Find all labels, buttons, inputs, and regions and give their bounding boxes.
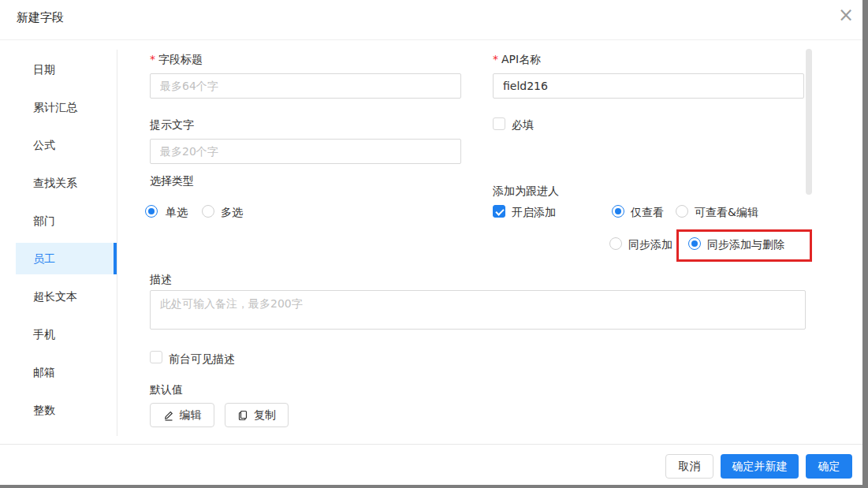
radio-sync-add-delete[interactable] (688, 237, 701, 250)
window-bottom-edge (0, 485, 868, 488)
sidebar-item-department[interactable]: 部门 (16, 205, 117, 237)
radio-view-only-label[interactable]: 仅查看 (631, 205, 664, 219)
sidebar-item-lookup[interactable]: 查找关系 (16, 167, 117, 199)
sidebar-item-employee[interactable]: 员工 (16, 243, 117, 274)
required-star: * (493, 53, 498, 65)
sidebar-item-integer[interactable]: 整数 (16, 394, 117, 426)
confirm-and-new-button[interactable]: 确定并新建 (721, 454, 799, 479)
radio-multiple[interactable] (202, 205, 214, 218)
front-visible-checkbox-label[interactable]: 前台可见描述 (169, 352, 235, 366)
header-divider (0, 39, 862, 40)
pencil-icon (163, 410, 174, 421)
radio-view-only[interactable] (612, 205, 624, 218)
sidebar-item-rollup[interactable]: 累计汇总 (16, 91, 117, 123)
copy-button[interactable]: 复制 (225, 403, 289, 427)
description-label: 描述 (150, 271, 172, 287)
radio-sync-add-label[interactable]: 同步添加 (628, 237, 672, 251)
radio-multiple-label[interactable]: 多选 (221, 205, 243, 219)
new-field-dialog: 新建字段 × 日期 累计汇总 公式 查找关系 部门 员工 超长文本 手机 邮箱 … (0, 0, 868, 488)
radio-single-label[interactable]: 单选 (166, 205, 188, 219)
required-checkbox-label[interactable]: 必填 (512, 117, 534, 132)
required-star: * (150, 53, 155, 65)
radio-sync-add[interactable] (609, 237, 622, 250)
close-icon[interactable]: × (834, 3, 858, 27)
radio-view-edit-label[interactable]: 可查看&编辑 (695, 205, 758, 219)
select-type-label: 选择类型 (150, 173, 194, 188)
window-right-edge (862, 0, 868, 488)
scrollbar-thumb[interactable] (806, 49, 812, 195)
copy-icon (237, 410, 248, 421)
sidebar-item-formula[interactable]: 公式 (16, 129, 117, 161)
footer-divider (0, 444, 862, 445)
radio-sync-add-delete-label[interactable]: 同步添加与删除 (707, 237, 784, 251)
radio-view-edit[interactable] (676, 205, 688, 218)
add-follower-label: 添加为跟进人 (493, 183, 559, 199)
confirm-button[interactable]: 确定 (806, 454, 852, 479)
hint-text-input[interactable] (150, 139, 461, 164)
api-name-label: *API名称 (493, 51, 541, 67)
hint-text-label: 提示文字 (150, 117, 194, 132)
enable-add-checkbox-label[interactable]: 开启添加 (512, 205, 556, 219)
api-name-input[interactable] (493, 73, 804, 99)
cancel-button[interactable]: 取消 (665, 454, 713, 479)
sidebar-divider (117, 50, 117, 436)
sidebar-item-phone[interactable]: 手机 (16, 319, 117, 350)
description-textarea[interactable] (150, 290, 806, 330)
front-visible-checkbox[interactable] (150, 351, 162, 363)
required-checkbox[interactable] (493, 117, 505, 130)
sidebar-item-date[interactable]: 日期 (16, 54, 117, 85)
sidebar-item-longtext[interactable]: 超长文本 (16, 281, 117, 312)
enable-add-checkbox[interactable] (493, 205, 505, 218)
field-title-label: *字段标题 (150, 51, 203, 67)
radio-single[interactable] (145, 205, 158, 218)
default-value-label: 默认值 (150, 382, 183, 397)
dialog-title: 新建字段 (17, 10, 64, 25)
edit-button[interactable]: 编辑 (150, 403, 214, 427)
sidebar-item-email[interactable]: 邮箱 (16, 356, 117, 388)
field-title-input[interactable] (150, 73, 461, 99)
